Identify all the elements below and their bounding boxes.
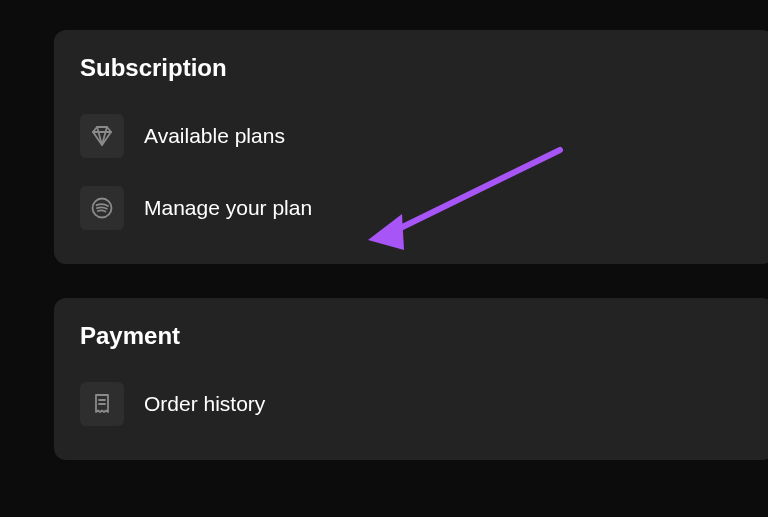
row-label: Manage your plan bbox=[144, 196, 312, 220]
spotify-icon bbox=[80, 186, 124, 230]
payment-card: Payment Order history bbox=[54, 298, 768, 460]
receipt-icon bbox=[80, 382, 124, 426]
subscription-title: Subscription bbox=[80, 54, 748, 82]
row-order-history[interactable]: Order history bbox=[80, 372, 748, 436]
row-manage-plan[interactable]: Manage your plan bbox=[80, 176, 748, 240]
row-available-plans[interactable]: Available plans bbox=[80, 104, 748, 168]
row-label: Order history bbox=[144, 392, 265, 416]
payment-title: Payment bbox=[80, 322, 748, 350]
diamond-icon bbox=[80, 114, 124, 158]
subscription-card: Subscription Available plans bbox=[54, 30, 768, 264]
row-label: Available plans bbox=[144, 124, 285, 148]
